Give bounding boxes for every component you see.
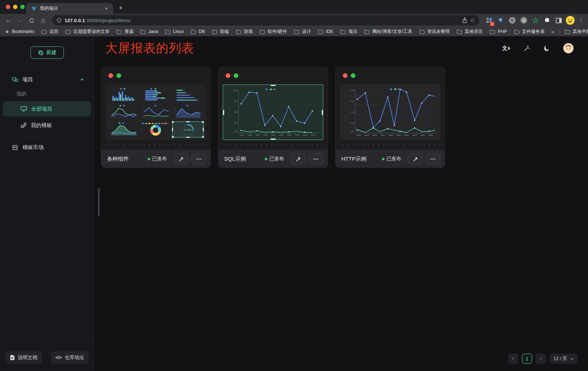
project-cards: 25.00% 各种组件 已发布 ••• — [94, 57, 588, 168]
bookmark-folder[interactable]: DB — [190, 29, 205, 34]
edit-project-button[interactable] — [174, 153, 188, 164]
window-controls — [6, 5, 25, 9]
reload-icon[interactable] — [26, 15, 37, 26]
project-card[interactable]: HTTP示例 已发布 ••• — [335, 67, 445, 168]
prev-page-button[interactable]: ‹ — [508, 354, 518, 364]
docs-button[interactable]: 说明文档 — [5, 351, 42, 364]
project-thumbnail[interactable] — [223, 84, 323, 140]
back-icon[interactable]: ← — [3, 15, 14, 26]
bookmark-folder[interactable]: 设计 — [294, 29, 311, 35]
edit-project-button[interactable] — [408, 153, 423, 164]
browser-menu-icon[interactable]: ⋮ — [577, 17, 585, 24]
copy-plus-icon — [38, 50, 44, 55]
maximize-window-button[interactable] — [20, 5, 25, 9]
repo-label: 仓库地址 — [65, 354, 84, 361]
current-page-button[interactable]: 1 — [522, 354, 532, 364]
bookmark-folder[interactable]: 运营 — [41, 29, 58, 35]
bookmark-folder[interactable]: PHP — [490, 29, 507, 34]
card-red-dot — [108, 73, 113, 78]
repo-button[interactable]: </> 仓库地址 — [51, 351, 89, 364]
sidebar-item-my-templates[interactable]: 我的模板 — [3, 118, 91, 133]
monitor-icon — [20, 106, 27, 112]
more-actions-button[interactable]: ••• — [426, 153, 440, 164]
card-footer: SQL示例 已发布 ••• — [218, 150, 328, 168]
bookmark-folder[interactable]: Java — [140, 29, 158, 34]
project-thumbnail[interactable] — [340, 84, 440, 140]
create-project-label: 新建 — [46, 49, 57, 56]
card-footer: 各种组件 已发布 ••• — [101, 150, 210, 168]
bookmark-folder[interactable]: 软件/硬件 — [260, 29, 287, 35]
other-bookmarks[interactable]: 其他书签 — [565, 29, 588, 35]
new-tab-button[interactable]: + — [116, 3, 126, 13]
folder-icon — [565, 29, 570, 34]
page-size-select[interactable]: 12 / 页 — [550, 354, 578, 364]
bookmark-folder[interactable]: 文件服务器 — [514, 29, 545, 35]
hammer-icon — [296, 156, 301, 162]
code-icon: </> — [55, 355, 62, 360]
create-project-button[interactable]: 新建 — [30, 46, 64, 59]
address-bar[interactable]: 127.0.0.1:3000/#/project/items ☆ — [52, 15, 479, 25]
bookmark-folder[interactable]: 搜索 — [116, 29, 133, 35]
more-actions-button[interactable]: ••• — [309, 153, 323, 164]
extension-grid-icon[interactable]: 9 — [484, 16, 494, 25]
extension-gem-icon[interactable] — [496, 16, 505, 25]
card-red-dot — [226, 73, 230, 78]
my-templates-label: 我的模板 — [31, 122, 52, 129]
bookmark-folder[interactable]: 其他语言 — [457, 29, 483, 35]
bookmarks-root[interactable]: ★Bookmarks — [5, 29, 34, 34]
share-icon[interactable] — [462, 17, 467, 23]
sidebar-section-project[interactable]: 项目 — [0, 71, 94, 88]
magic-wand-icon[interactable] — [523, 45, 530, 52]
status-dot — [382, 158, 385, 160]
tab-close-icon[interactable]: × — [103, 5, 110, 12]
sidebar-item-template-market[interactable]: 模板市场 — [0, 139, 94, 156]
site-info-icon[interactable] — [57, 18, 62, 23]
chevron-up-icon[interactable] — [80, 77, 85, 82]
thumb-line-chart — [140, 104, 172, 120]
profile-avatar[interactable] — [566, 16, 575, 25]
bookmarks-overflow-icon[interactable]: » — [551, 29, 554, 34]
close-window-button[interactable] — [6, 5, 10, 9]
project-name: SQL示例 — [224, 156, 246, 162]
content-header: 大屏报表的列表 文A — [94, 36, 588, 57]
project-thumbnail[interactable]: 25.00% — [106, 84, 206, 140]
user-avatar[interactable] — [563, 43, 573, 53]
browser-tab[interactable]: 我的项目 × — [26, 3, 113, 14]
forward-icon[interactable]: → — [15, 15, 25, 26]
home-icon[interactable]: ⌂ — [38, 15, 49, 26]
bookmark-folder[interactable]: 网站/博客/文章/工具 — [364, 29, 412, 35]
project-card[interactable]: 25.00% 各种组件 已发布 ••• — [101, 67, 211, 168]
extensions-puzzle-icon[interactable] — [542, 16, 552, 25]
sidebar-divider — [5, 137, 89, 137]
bookmark-folder[interactable]: 游戏 — [236, 29, 253, 35]
sidebar-item-all-projects[interactable]: 全部项目 — [3, 101, 91, 116]
url-path: :3000/#/project/items — [85, 18, 130, 23]
bookmark-folder[interactable]: Linux — [165, 29, 184, 34]
extension-record-icon[interactable] — [519, 16, 529, 25]
more-actions-button[interactable]: ••• — [192, 153, 206, 164]
scrollbar-thumb[interactable] — [98, 188, 100, 216]
bookmark-star-icon[interactable]: ☆ — [470, 17, 475, 24]
bookmark-folder[interactable]: 项目 — [340, 29, 357, 35]
bookmark-folder[interactable]: 资讯未整理 — [419, 29, 450, 35]
extension-star-icon[interactable] — [531, 16, 540, 25]
bookmark-folder[interactable]: IDE — [318, 29, 333, 34]
caret-down-icon — [570, 358, 574, 360]
thumb-line-chart — [108, 104, 139, 120]
side-panel-icon[interactable] — [554, 16, 563, 25]
next-page-button[interactable]: › — [536, 354, 546, 364]
dark-mode-moon-icon[interactable] — [543, 45, 550, 52]
folder-icon — [364, 29, 370, 34]
dotted-divider — [106, 145, 205, 146]
minimize-window-button[interactable] — [13, 5, 17, 9]
bookmark-folder[interactable]: 前端 — [212, 29, 229, 35]
edit-project-button[interactable] — [291, 153, 305, 164]
bookmark-folder[interactable]: 近期需要读的文章 — [65, 29, 110, 35]
components-icon — [20, 122, 27, 128]
section-project-label: 项目 — [22, 76, 33, 83]
extension-command-icon[interactable]: ⌘ — [507, 16, 517, 25]
project-card[interactable]: SQL示例 已发布 ••• — [218, 67, 328, 168]
thumb-sql-line-chart — [223, 85, 323, 140]
screens-icon — [12, 77, 18, 83]
language-icon[interactable]: 文A — [502, 45, 510, 52]
